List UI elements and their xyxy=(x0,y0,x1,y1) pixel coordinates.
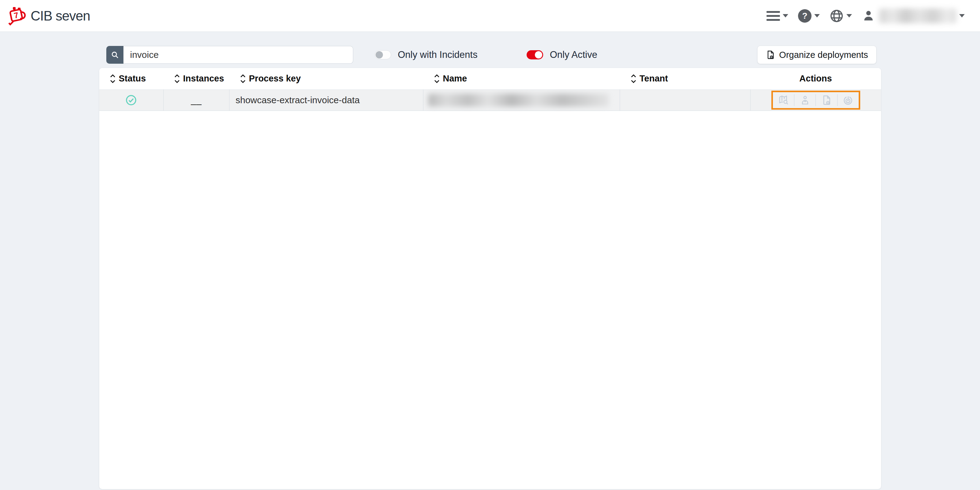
help-menu-button[interactable]: ? xyxy=(796,7,822,24)
cib-seven-logo-icon: 7 xyxy=(8,7,26,25)
process-name-redacted xyxy=(428,94,609,107)
status-active-check-icon xyxy=(125,94,137,106)
username-redacted xyxy=(879,9,956,23)
column-header-tenant[interactable]: Tenant xyxy=(620,68,751,89)
diagram-search-icon xyxy=(778,95,789,106)
search-button[interactable] xyxy=(106,46,124,64)
active-toggle-label: Only Active xyxy=(550,49,597,60)
column-header-name[interactable]: Name xyxy=(423,68,620,89)
actions-highlight-box xyxy=(772,91,860,110)
instances-value: __ xyxy=(191,95,202,105)
help-icon: ? xyxy=(798,9,811,23)
document-view-action-button[interactable] xyxy=(816,92,837,108)
column-header-process-key[interactable]: Process key xyxy=(229,68,423,89)
process-definitions-panel: Status Instances xyxy=(99,68,881,489)
sort-icon xyxy=(110,74,116,83)
user-menu-button[interactable] xyxy=(860,7,967,25)
active-toggle-switch[interactable] xyxy=(527,50,543,59)
process-key-cell[interactable]: showcase-extract-invoice-data xyxy=(229,89,423,111)
main-content: Only with Incidents Only Active Organize… xyxy=(99,46,881,489)
table-row[interactable]: __ showcase-extract-invoice-data xyxy=(99,89,881,111)
search-bar xyxy=(106,46,353,64)
document-eye-icon xyxy=(765,50,775,60)
user-task-icon xyxy=(800,95,811,106)
sort-icon xyxy=(174,74,180,83)
globe-icon xyxy=(830,9,844,23)
document-view-icon xyxy=(821,95,832,106)
column-header-instances[interactable]: Instances xyxy=(164,68,229,89)
app-logo[interactable]: 7 CIB seven xyxy=(8,7,90,25)
incidents-toggle-label: Only with Incidents xyxy=(398,49,477,60)
column-header-actions: Actions xyxy=(751,68,881,89)
gauge-start-action-button[interactable] xyxy=(838,92,859,108)
name-cell[interactable] xyxy=(423,89,620,111)
process-definitions-table: Status Instances xyxy=(99,68,881,111)
toggle-only-active[interactable]: Only Active xyxy=(527,49,597,60)
user-icon xyxy=(862,9,875,23)
organize-deployments-button[interactable]: Organize deployments xyxy=(757,46,876,64)
apps-menu-button[interactable] xyxy=(765,9,790,23)
incidents-toggle-switch[interactable] xyxy=(375,50,391,59)
top-bar: 7 CIB seven ? xyxy=(0,0,980,32)
process-key-value: showcase-extract-invoice-data xyxy=(235,95,360,105)
sort-icon xyxy=(434,74,440,83)
table-header-row: Status Instances xyxy=(99,68,881,89)
topbar-actions: ? xyxy=(765,7,967,25)
instances-cell: __ xyxy=(164,89,229,111)
chevron-down-icon xyxy=(846,14,852,18)
chevron-down-icon xyxy=(783,14,788,18)
sort-icon xyxy=(240,74,246,83)
sort-icon xyxy=(630,74,636,83)
language-menu-button[interactable] xyxy=(828,7,854,25)
status-cell xyxy=(99,89,164,111)
gauge-start-icon xyxy=(842,95,853,106)
chevron-down-icon xyxy=(814,14,820,18)
tenant-cell xyxy=(620,89,751,111)
diagram-search-action-button[interactable] xyxy=(773,92,794,108)
app-title: CIB seven xyxy=(31,8,90,24)
toggle-only-with-incidents[interactable]: Only with Incidents xyxy=(375,49,477,60)
hamburger-icon xyxy=(767,11,780,21)
chevron-down-icon xyxy=(959,14,965,18)
filter-toolbar: Only with Incidents Only Active Organize… xyxy=(99,46,881,64)
actions-cell xyxy=(751,89,881,111)
organize-deployments-label: Organize deployments xyxy=(779,50,868,60)
search-input[interactable] xyxy=(124,46,353,64)
column-header-status[interactable]: Status xyxy=(99,68,164,89)
user-task-action-button[interactable] xyxy=(794,92,816,108)
search-icon xyxy=(111,51,119,59)
